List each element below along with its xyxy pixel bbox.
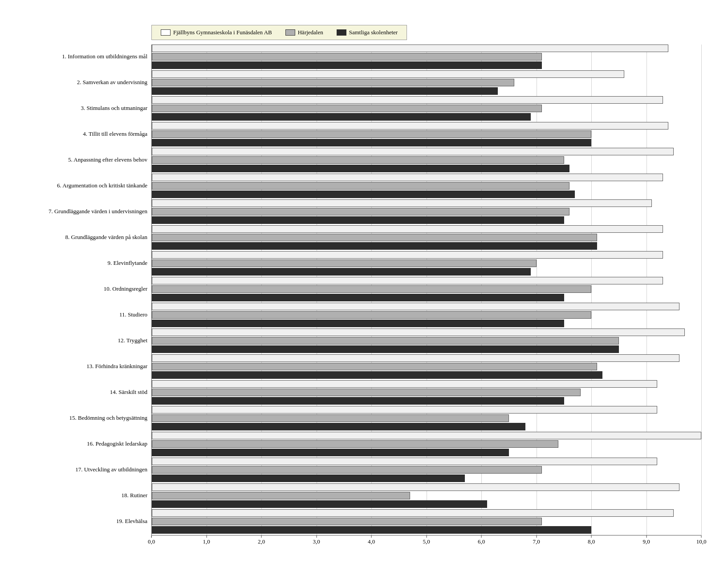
bar-harjedalen-8 (152, 260, 701, 267)
bar-group-17 (152, 483, 701, 508)
bar-fjallbyns-18 (152, 509, 701, 517)
bar-fill-fjallbyns-5 (152, 174, 663, 181)
bar-fill-fjallbyns-11 (152, 328, 685, 336)
bar-samtliga-7 (152, 242, 701, 250)
bar-samtliga-2 (152, 113, 701, 121)
bar-fill-fjallbyns-12 (152, 354, 679, 362)
row-label-18: 19. Elevhälsa (27, 518, 152, 525)
bar-samtliga-10 (152, 320, 701, 327)
bar-group-12 (152, 354, 701, 379)
bar-harjedalen-13 (152, 389, 701, 396)
bar-fjallbyns-1 (152, 70, 701, 78)
table-row: 18. Rutiner (27, 483, 701, 508)
bar-fjallbyns-14 (152, 406, 701, 414)
row-label-17: 18. Rutiner (27, 492, 152, 499)
table-row: 7. Grundläggande värden i undervisningen (27, 199, 701, 224)
table-row: 5. Anpassning efter elevens behov (27, 148, 701, 172)
bar-fill-harjedalen-18 (152, 518, 542, 525)
x-tick-label-2: 2,0 (258, 538, 265, 545)
row-label-6: 7. Grundläggande värden i undervisningen (27, 208, 152, 215)
bar-samtliga-0 (152, 61, 701, 69)
bar-fjallbyns-15 (152, 432, 701, 439)
row-label-7: 8. Grundläggande värden på skolan (27, 234, 152, 241)
bar-fill-harjedalen-13 (152, 389, 581, 396)
legend-item-samtliga: Samtliga skolenheter (337, 29, 398, 36)
bar-group-0 (152, 45, 701, 69)
bar-samtliga-8 (152, 268, 701, 276)
table-row: 10. Ordningsregler (27, 277, 701, 301)
bar-fill-fjallbyns-15 (152, 432, 701, 439)
table-row: 4. Tillit till elevens förmåga (27, 122, 701, 146)
bar-fill-samtliga-13 (152, 397, 564, 405)
bar-fill-samtliga-0 (152, 61, 542, 69)
bar-group-15 (152, 432, 701, 456)
row-label-14: 15. Bedömning och betygsättning (27, 414, 152, 422)
bar-fill-samtliga-10 (152, 320, 564, 327)
bar-fill-harjedalen-16 (152, 466, 542, 474)
bar-fill-harjedalen-7 (152, 234, 597, 241)
bar-fill-samtliga-14 (152, 423, 525, 430)
bar-harjedalen-0 (152, 53, 701, 61)
bar-samtliga-18 (152, 526, 701, 534)
bar-group-1 (152, 70, 701, 95)
table-row: 19. Elevhälsa (27, 509, 701, 534)
x-tick-label-5: 5,0 (423, 538, 430, 545)
chart-legend: Fjällbyns Gymnasieskola i Funäsdalen ABH… (151, 25, 407, 40)
row-label-12: 13. Förhindra kränkningar (27, 363, 152, 370)
bar-fill-harjedalen-10 (152, 311, 591, 319)
bar-fjallbyns-5 (152, 174, 701, 181)
chart-body: 1. Information om utbildningens mål2. Sa… (27, 45, 701, 551)
row-label-15: 16. Pedagogiskt ledarskap (27, 440, 152, 448)
row-label-4: 5. Anpassning efter elevens behov (27, 156, 152, 164)
bar-samtliga-11 (152, 345, 701, 353)
bar-fill-harjedalen-5 (152, 182, 569, 190)
bar-fill-samtliga-2 (152, 113, 531, 121)
bar-fill-harjedalen-15 (152, 440, 558, 448)
bar-harjedalen-3 (152, 130, 701, 138)
x-tick-label-6: 6,0 (478, 538, 485, 545)
row-label-11: 12. Trygghet (27, 337, 152, 345)
bar-fjallbyns-16 (152, 458, 701, 465)
bar-fjallbyns-2 (152, 96, 701, 104)
x-tick-mark-7 (536, 535, 537, 538)
bar-fill-fjallbyns-2 (152, 96, 663, 104)
bar-samtliga-5 (152, 191, 701, 198)
bar-fill-harjedalen-2 (152, 105, 542, 112)
x-tick-mark-4 (371, 535, 372, 538)
bar-fill-harjedalen-8 (152, 260, 537, 267)
x-tick-mark-8 (591, 535, 592, 538)
bar-fjallbyns-10 (152, 303, 701, 310)
bar-fill-harjedalen-3 (152, 130, 591, 138)
table-row: 9. Elevinflytande (27, 251, 701, 276)
bar-fill-fjallbyns-9 (152, 277, 663, 284)
bar-group-7 (152, 225, 701, 250)
bar-harjedalen-12 (152, 363, 701, 370)
x-tick-label-7: 7,0 (533, 538, 540, 545)
bar-samtliga-3 (152, 139, 701, 146)
bar-fill-samtliga-7 (152, 242, 597, 250)
table-row: 12. Trygghet (27, 328, 701, 353)
rows-container: 1. Information om utbildningens mål2. Sa… (151, 45, 701, 535)
bar-fill-harjedalen-9 (152, 285, 591, 293)
row-label-13: 14. Särskilt stöd (27, 389, 152, 396)
bar-samtliga-12 (152, 371, 701, 379)
bar-fill-samtliga-17 (152, 500, 487, 508)
x-tick-mark-2 (261, 535, 262, 538)
bar-fjallbyns-3 (152, 122, 701, 130)
bar-group-4 (152, 148, 701, 172)
bar-group-16 (152, 458, 701, 482)
x-tick-mark-0 (151, 535, 152, 538)
x-tick-mark-6 (481, 535, 482, 538)
bar-fjallbyns-11 (152, 328, 701, 336)
bar-fill-samtliga-1 (152, 87, 498, 95)
bar-fjallbyns-13 (152, 380, 701, 388)
x-tick-label-9: 9,0 (643, 538, 650, 545)
bar-harjedalen-15 (152, 440, 701, 448)
bar-fjallbyns-0 (152, 45, 701, 52)
table-row: 15. Bedömning och betygsättning (27, 406, 701, 430)
bar-group-11 (152, 328, 701, 353)
bar-fill-fjallbyns-17 (152, 483, 679, 491)
bar-samtliga-15 (152, 449, 701, 456)
bar-harjedalen-14 (152, 414, 701, 422)
bar-fill-samtliga-8 (152, 268, 531, 276)
